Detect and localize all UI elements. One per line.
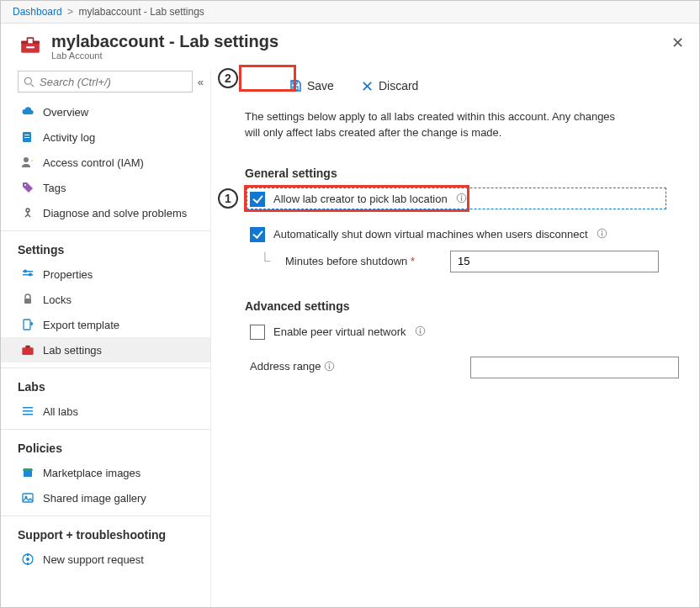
svg-rect-30 <box>27 563 29 565</box>
nav-activity-log[interactable]: Activity log <box>1 124 210 150</box>
nav-section-settings: Settings <box>1 231 210 262</box>
info-icon[interactable] <box>415 325 426 339</box>
allow-location-checkbox[interactable] <box>250 192 265 207</box>
nav-locks-label: Locks <box>43 293 72 306</box>
marketplace-icon <box>21 466 34 479</box>
main-content: Save Discard The settings below apply to… <box>211 71 699 608</box>
sidebar: « Overview Activity log Access control (… <box>1 71 211 608</box>
nav-all-labs[interactable]: All labs <box>1 399 210 424</box>
breadcrumb: Dashboard > mylabaccount - Lab settings <box>1 1 699 24</box>
save-button[interactable]: Save <box>282 76 341 96</box>
minutes-label: Minutes before shutdown * <box>285 255 440 267</box>
svg-point-11 <box>24 184 26 186</box>
nav-section-support: Support + troubleshooting <box>1 516 210 547</box>
page-header: mylabaccount - Lab settings Lab Account … <box>1 24 699 71</box>
nav-properties[interactable]: Properties <box>1 262 210 287</box>
search-field[interactable] <box>40 76 187 88</box>
cloud-icon <box>21 105 34 119</box>
advanced-settings-heading: Advanced settings <box>211 278 699 320</box>
svg-point-39 <box>601 230 602 232</box>
activitylog-icon <box>21 130 34 144</box>
svg-rect-40 <box>601 232 602 235</box>
svg-rect-37 <box>461 197 462 200</box>
nav-marketplace-label: Marketplace images <box>43 467 141 479</box>
search-icon <box>24 77 34 87</box>
page-title: mylabaccount - Lab settings <box>51 32 278 51</box>
nav-overview-label: Overview <box>43 106 88 119</box>
info-icon[interactable] <box>324 362 335 374</box>
nav-section-policies: Policies <box>1 430 210 460</box>
diagnose-icon <box>21 206 34 219</box>
svg-rect-43 <box>419 330 420 333</box>
nav-export-template[interactable]: Export template <box>1 312 210 337</box>
nav-tags-label: Tags <box>43 182 66 194</box>
address-range-label: Address range <box>250 360 460 374</box>
svg-rect-19 <box>22 347 33 355</box>
svg-rect-31 <box>293 81 297 84</box>
breadcrumb-root[interactable]: Dashboard <box>13 6 62 18</box>
nav-lab-settings[interactable]: Lab settings <box>1 337 210 362</box>
svg-rect-46 <box>329 366 330 369</box>
svg-rect-8 <box>24 135 29 135</box>
people-icon <box>21 156 34 169</box>
nav-locks[interactable]: Locks <box>1 287 210 312</box>
allow-location-row: Allow lab creator to pick lab location <box>211 187 699 212</box>
breadcrumb-current: mylabaccount - Lab settings <box>78 6 204 18</box>
auto-shutdown-label: Automatically shut down virtual machines… <box>273 228 588 241</box>
svg-rect-17 <box>24 299 31 304</box>
minutes-row: └ Minutes before shutdown * <box>211 247 699 278</box>
connector-icon: └ <box>255 252 275 270</box>
svg-point-12 <box>26 209 29 212</box>
list-icon <box>21 404 34 418</box>
svg-rect-20 <box>25 346 29 348</box>
close-icon[interactable]: ✕ <box>669 34 686 52</box>
page-subtitle: Lab Account <box>51 50 278 61</box>
nav-diagnose[interactable]: Diagnose and solve problems <box>1 200 210 225</box>
nav-gallery-label: Shared image gallery <box>43 492 146 505</box>
nav-iam-label: Access control (IAM) <box>43 156 144 169</box>
collapse-sidebar-icon[interactable]: « <box>198 76 204 88</box>
svg-line-6 <box>31 83 34 87</box>
svg-point-36 <box>460 195 462 197</box>
svg-rect-32 <box>293 87 298 90</box>
enable-peer-checkbox[interactable] <box>250 325 265 340</box>
svg-rect-18 <box>24 320 30 330</box>
toolbar: Save Discard <box>211 71 699 103</box>
save-icon <box>289 79 302 93</box>
svg-rect-4 <box>26 46 34 48</box>
address-range-row: Address range <box>211 353 699 383</box>
svg-rect-21 <box>23 407 33 409</box>
labaccount-icon <box>19 35 41 54</box>
address-range-input[interactable] <box>470 357 679 378</box>
gallery-icon <box>21 491 34 505</box>
discard-button[interactable]: Discard <box>354 76 425 96</box>
discard-icon <box>361 80 374 93</box>
nav-export-label: Export template <box>43 319 119 331</box>
nav-tags[interactable]: Tags <box>1 175 210 200</box>
nav-overview[interactable]: Overview <box>1 99 210 124</box>
nav-access-control[interactable]: Access control (IAM) <box>1 150 210 175</box>
svg-rect-23 <box>23 414 33 415</box>
info-icon[interactable] <box>597 228 607 241</box>
search-input[interactable] <box>18 71 193 93</box>
svg-rect-22 <box>23 410 33 412</box>
nav-marketplace-images[interactable]: Marketplace images <box>1 460 210 485</box>
discard-label: Discard <box>379 79 418 93</box>
intro-text: The settings below apply to all labs cre… <box>211 103 666 145</box>
nav-shared-gallery[interactable]: Shared image gallery <box>1 485 210 510</box>
minutes-input[interactable] <box>450 251 659 272</box>
info-icon[interactable] <box>456 193 467 206</box>
tag-icon <box>21 181 34 194</box>
svg-rect-24 <box>24 471 32 477</box>
svg-rect-9 <box>24 137 29 138</box>
svg-point-10 <box>24 157 29 162</box>
svg-point-5 <box>24 77 31 84</box>
svg-rect-29 <box>27 553 29 556</box>
support-icon <box>21 552 34 566</box>
svg-rect-3 <box>28 39 32 43</box>
nav-activity-label: Activity log <box>43 131 95 144</box>
nav-new-support-request[interactable]: New support request <box>1 547 210 572</box>
nav-section-labs: Labs <box>1 368 210 399</box>
lock-icon <box>21 293 34 306</box>
auto-shutdown-checkbox[interactable] <box>250 227 265 242</box>
